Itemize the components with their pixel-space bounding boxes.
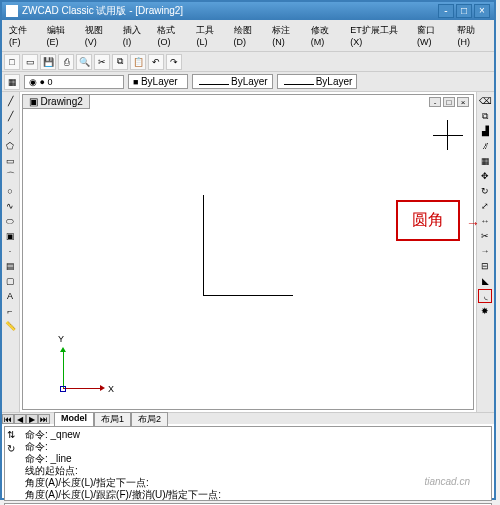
text-icon[interactable]: A [3,289,17,303]
tab-bar: ⏮ ◀ ▶ ⏭ Model 布局1 布局2 [2,412,494,424]
rectangle-icon[interactable]: ▭ [3,154,17,168]
rotate-icon[interactable]: ↻ [478,184,492,198]
cut-icon[interactable]: ✂ [94,54,110,70]
tab-layout2[interactable]: 布局2 [131,412,168,426]
menu-window[interactable]: 窗口(W) [414,22,452,49]
maximize-button[interactable]: □ [456,4,472,18]
new-icon[interactable]: □ [4,54,20,70]
ucs-y-axis [63,349,64,389]
explode-icon[interactable]: ✸ [478,304,492,318]
copy-obj-icon[interactable]: ⧉ [478,109,492,123]
tab-scroll-prev[interactable]: ◀ [14,414,26,424]
arc-icon[interactable]: ⌒ [3,169,17,183]
callout-fillet: 圆角 [396,200,460,241]
fillet-icon[interactable]: ◟ [478,289,492,303]
move-icon[interactable]: ✥ [478,169,492,183]
print-icon[interactable]: ⎙ [58,54,74,70]
trim-icon[interactable]: ✂ [478,229,492,243]
window-title: ZWCAD Classic 试用版 - [Drawing2] [22,4,183,18]
layer-toolbar: ▦ ◉ ● 0 ■ ByLayer ByLayer ByLayer [2,72,494,92]
open-icon[interactable]: ▭ [22,54,38,70]
tab-scroll-first[interactable]: ⏮ [2,414,14,424]
modify-toolbar: ⌫ ⧉ ▟ ⫽ ▦ ✥ ↻ ⤢ ↔ ✂ → ⊟ ◣ ◟ ✸ [476,92,494,412]
minimize-button[interactable]: - [438,4,454,18]
ellipse-icon[interactable]: ⬭ [3,214,17,228]
crosshair-horizontal [433,135,463,136]
menu-modify[interactable]: 修改(M) [308,22,345,49]
cmd-line: 命令: _qnew [25,429,489,441]
drawn-line-horizontal [203,295,293,296]
menu-file[interactable]: 文件(F) [6,22,41,49]
cmd-line: 命令: _line [25,453,489,465]
cmd-nav-icon[interactable]: ⇅ [7,429,19,441]
cmd-line: 角度(A)/长度(L)/跟踪(F)/撤消(U)/指定下一点: [25,489,489,501]
offset-icon[interactable]: ⫽ [478,139,492,153]
array-icon[interactable]: ▦ [478,154,492,168]
doc-icon: ▣ [29,96,38,107]
watermark: tiancad.cn [424,476,470,487]
extend-icon[interactable]: → [478,244,492,258]
chamfer-icon[interactable]: ◣ [478,274,492,288]
ucs-origin [60,386,66,392]
point-icon[interactable]: · [3,244,17,258]
undo-icon[interactable]: ↶ [148,54,164,70]
color-dropdown[interactable]: ■ ByLayer [128,74,188,89]
menubar: 文件(F) 编辑(E) 视图(V) 插入(I) 格式(O) 工具(L) 绘图(D… [2,20,494,52]
menu-view[interactable]: 视图(V) [82,22,117,49]
polygon-icon[interactable]: ⬠ [3,139,17,153]
layer-dropdown[interactable]: ◉ ● 0 [24,75,124,89]
scale-icon[interactable]: ⤢ [478,199,492,213]
lineweight-dropdown[interactable]: ByLayer [277,74,358,89]
menu-tools[interactable]: 工具(L) [193,22,227,49]
ucs-x-label: X [108,384,114,394]
spline-icon[interactable]: ∿ [3,199,17,213]
doc-close-button[interactable]: × [457,97,469,107]
tab-scroll-next[interactable]: ▶ [26,414,38,424]
menu-draw[interactable]: 绘图(D) [231,22,267,49]
tab-scroll-last[interactable]: ⏭ [38,414,50,424]
preview-icon[interactable]: 🔍 [76,54,92,70]
copy-icon[interactable]: ⧉ [112,54,128,70]
stretch-icon[interactable]: ↔ [478,214,492,228]
menu-dimension[interactable]: 标注(N) [269,22,305,49]
close-button[interactable]: × [474,4,490,18]
tab-model[interactable]: Model [54,412,94,426]
cmd-line: 命令: [25,441,489,453]
menu-edit[interactable]: 编辑(E) [44,22,79,49]
titlebar: ZWCAD Classic 试用版 - [Drawing2] - □ × [2,2,494,20]
xline-icon[interactable]: ╱ [3,109,17,123]
line-icon[interactable]: ╱ [3,94,17,108]
hatch-icon[interactable]: ▤ [3,259,17,273]
arrow-icon: → [466,215,480,231]
window-controls: - □ × [438,4,490,18]
circle-icon[interactable]: ○ [3,184,17,198]
menu-help[interactable]: 帮助(H) [454,22,490,49]
app-icon [6,5,18,17]
region-icon[interactable]: ▢ [3,274,17,288]
draw-toolbar: ╱ ╱ ⟋ ⬠ ▭ ⌒ ○ ∿ ⬭ ▣ · ▤ ▢ A ⌐ 📏 [2,92,20,412]
polyline-icon[interactable]: ⟋ [3,124,17,138]
cmd-recent-icon[interactable]: ↻ [7,443,19,455]
layer-manager-icon[interactable]: ▦ [4,74,20,90]
ucs-icon[interactable]: ⌐ [3,304,17,318]
erase-icon[interactable]: ⌫ [478,94,492,108]
doc-minimize-button[interactable]: - [429,97,441,107]
standard-toolbar: □ ▭ 💾 ⎙ 🔍 ✂ ⧉ 📋 ↶ ↷ [2,52,494,72]
command-history[interactable]: ⇅ ↻ 命令: _qnew 命令: 命令: _line 线的起始点: 角度(A)… [4,426,492,501]
drawing-canvas[interactable]: ▣ Drawing2 - □ × Y X [22,94,474,410]
document-tab[interactable]: ▣ Drawing2 [22,94,90,109]
redo-icon[interactable]: ↷ [166,54,182,70]
save-icon[interactable]: 💾 [40,54,56,70]
paste-icon[interactable]: 📋 [130,54,146,70]
linetype-dropdown[interactable]: ByLayer [192,74,273,89]
menu-format[interactable]: 格式(O) [154,22,190,49]
mirror-icon[interactable]: ▟ [478,124,492,138]
doc-restore-button[interactable]: □ [443,97,455,107]
menu-et[interactable]: ET扩展工具(X) [347,22,411,49]
ucs-x-axis [63,388,103,389]
tab-layout1[interactable]: 布局1 [94,412,131,426]
menu-insert[interactable]: 插入(I) [120,22,152,49]
block-icon[interactable]: ▣ [3,229,17,243]
break-icon[interactable]: ⊟ [478,259,492,273]
measure-icon[interactable]: 📏 [3,319,17,333]
